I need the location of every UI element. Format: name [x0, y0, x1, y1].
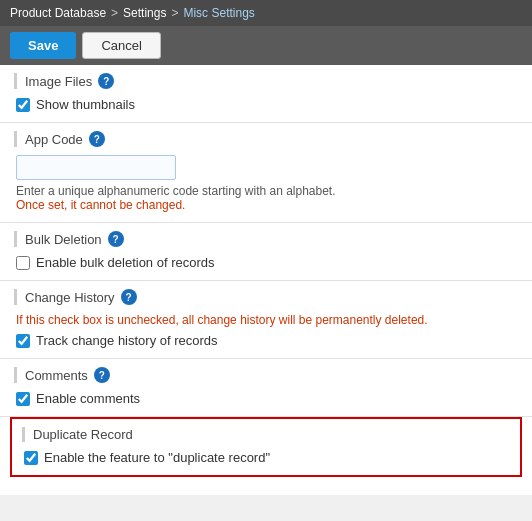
section-header-change-history: Change History ?: [14, 289, 518, 305]
section-title-app-code: App Code: [25, 132, 83, 147]
show-thumbnails-label: Show thumbnails: [36, 97, 135, 112]
help-icon-comments[interactable]: ?: [94, 367, 110, 383]
save-button[interactable]: Save: [10, 32, 76, 59]
section-header-image-files: Image Files ?: [14, 73, 518, 89]
breadcrumb-item-product-database[interactable]: Product Database: [10, 6, 106, 20]
breadcrumb-item-settings[interactable]: Settings: [123, 6, 166, 20]
show-thumbnails-checkbox[interactable]: [16, 98, 30, 112]
settings-content: Image Files ? Show thumbnails App Code ?…: [0, 65, 532, 495]
section-title-duplicate-record: Duplicate Record: [33, 427, 133, 442]
section-header-app-code: App Code ?: [14, 131, 518, 147]
bulk-deletion-row: Enable bulk deletion of records: [16, 255, 518, 270]
bulk-deletion-label: Enable bulk deletion of records: [36, 255, 215, 270]
help-icon-image-files[interactable]: ?: [98, 73, 114, 89]
app-code-input[interactable]: [16, 155, 176, 180]
section-header-duplicate-record: Duplicate Record: [22, 427, 510, 442]
change-history-warning: If this check box is unchecked, all chan…: [16, 313, 518, 327]
app-code-hint: Enter a unique alphanumeric code startin…: [16, 184, 518, 198]
section-image-files: Image Files ? Show thumbnails: [0, 65, 532, 123]
section-title-bulk-deletion: Bulk Deletion: [25, 232, 102, 247]
breadcrumb-item-misc-settings[interactable]: Misc Settings: [183, 6, 254, 20]
enable-comments-label: Enable comments: [36, 391, 140, 406]
duplicate-record-checkbox[interactable]: [24, 451, 38, 465]
section-header-bulk-deletion: Bulk Deletion ?: [14, 231, 518, 247]
help-icon-app-code[interactable]: ?: [89, 131, 105, 147]
section-comments: Comments ? Enable comments: [0, 359, 532, 417]
section-app-code: App Code ? Enter a unique alphanumeric c…: [0, 123, 532, 223]
change-history-checkbox[interactable]: [16, 334, 30, 348]
breadcrumb-sep-1: >: [111, 6, 118, 20]
app-code-warning: Once set, it cannot be changed.: [16, 198, 518, 212]
section-bulk-deletion: Bulk Deletion ? Enable bulk deletion of …: [0, 223, 532, 281]
comments-row: Enable comments: [16, 391, 518, 406]
duplicate-record-label: Enable the feature to "duplicate record": [44, 450, 270, 465]
section-change-history: Change History ? If this check box is un…: [0, 281, 532, 359]
cancel-button[interactable]: Cancel: [82, 32, 160, 59]
section-title-change-history: Change History: [25, 290, 115, 305]
toolbar: Save Cancel: [0, 26, 532, 65]
section-title-image-files: Image Files: [25, 74, 92, 89]
help-icon-change-history[interactable]: ?: [121, 289, 137, 305]
duplicate-record-row: Enable the feature to "duplicate record": [24, 450, 510, 465]
breadcrumb: Product Database > Settings > Misc Setti…: [0, 0, 532, 26]
show-thumbnails-row: Show thumbnails: [16, 97, 518, 112]
change-history-row: Track change history of records: [16, 333, 518, 348]
section-title-comments: Comments: [25, 368, 88, 383]
section-duplicate-record: Duplicate Record Enable the feature to "…: [10, 417, 522, 477]
section-header-comments: Comments ?: [14, 367, 518, 383]
change-history-label: Track change history of records: [36, 333, 218, 348]
breadcrumb-sep-2: >: [171, 6, 178, 20]
help-icon-bulk-deletion[interactable]: ?: [108, 231, 124, 247]
bulk-deletion-checkbox[interactable]: [16, 256, 30, 270]
enable-comments-checkbox[interactable]: [16, 392, 30, 406]
